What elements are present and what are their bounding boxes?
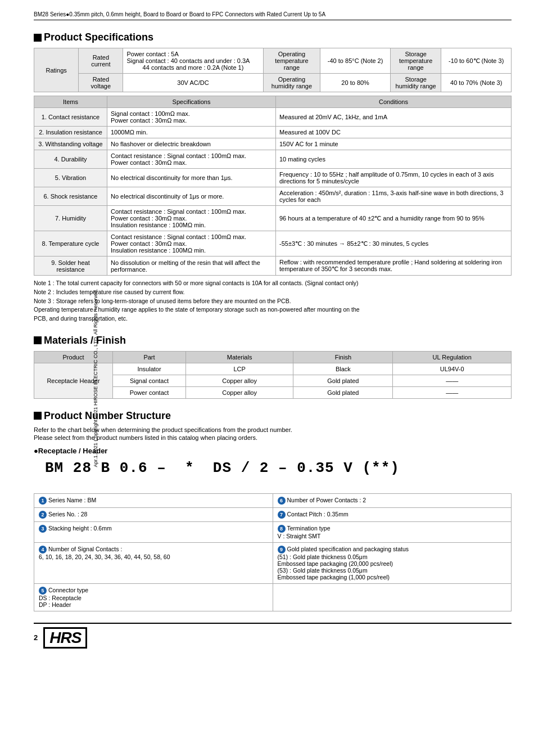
sidebar-copyright: Apr.1.2021 Copyright 2021 HIROSE ELECTRI… xyxy=(93,289,98,467)
operating-humidity-label: Operating humidity range xyxy=(263,74,320,92)
materials-finish-section: Materials / Finish Product Part Material… xyxy=(34,335,512,399)
spec-spec: No flashover or dielectric breakdown xyxy=(107,138,276,150)
mat-finish: Gold plated xyxy=(293,386,393,398)
title-square-icon-2 xyxy=(34,336,42,344)
spec-condition: Measured at 20mV AC, 1kHz, and 1mA xyxy=(276,108,512,127)
operating-temp-label: Operating temperature range xyxy=(263,48,320,74)
spec-spec: Contact resistance : Signal contact : 10… xyxy=(107,150,276,169)
spec-item: 8. Temperature cycle xyxy=(34,231,107,256)
footer-page-number: 2 xyxy=(34,633,38,642)
mat-part: Insulator xyxy=(113,363,186,375)
spec-spec: Signal contact : 100mΩ max.Power contact… xyxy=(107,108,276,127)
desc-cell: 2Series No. : 28 xyxy=(34,507,273,521)
product-number-title: Product Number Structure xyxy=(34,410,512,422)
spec-item: 7. Humidity xyxy=(34,206,107,231)
note-item: Note 3 : Storage refers to long-term-sto… xyxy=(34,297,512,306)
page-header: BM28 Series●0.35mm pitch, 0.6mm height, … xyxy=(34,11,512,20)
mat-materials: LCP xyxy=(186,363,293,375)
spec-condition: Frequency : 10 to 55Hz ; half amplitude … xyxy=(276,169,512,187)
rated-current-values: Power contact : 5A Signal contact : 40 c… xyxy=(123,48,263,74)
desc-cell: 9Gold plated specification and packaging… xyxy=(273,542,512,583)
note-item: Note 1 : The total current capacity for … xyxy=(34,279,512,288)
hrs-logo: HRS xyxy=(43,627,87,649)
specs-header-conditions: Conditions xyxy=(276,96,512,108)
product-number-intro2: Please select from the product numbers l… xyxy=(34,434,512,441)
footer: 2 HRS xyxy=(34,623,512,649)
product-number-display: BM 28 B 0.6 – * DS / 2 – 0.35 V (**) xyxy=(45,460,512,476)
storage-humidity-label: Storage humidity range xyxy=(390,74,441,92)
spec-condition: -55±3℃ : 30 minutes → 85±2℃ : 30 minutes… xyxy=(276,231,512,256)
spec-spec: 1000MΩ min. xyxy=(107,127,276,138)
product-number-intro1: Refer to the chart below when determinin… xyxy=(34,426,512,433)
mat-header-ul: UL Regulation xyxy=(393,351,512,363)
mat-part: Power contact xyxy=(113,386,186,398)
note-item: Note 2 : Includes temperature rise cause… xyxy=(34,288,512,297)
spec-condition: 10 mating cycles xyxy=(276,150,512,169)
spec-spec: Contact resistance : Signal contact : 10… xyxy=(107,206,276,231)
pn-circles-row xyxy=(45,478,512,489)
note-item: PCB, and during transportation, etc. xyxy=(34,314,512,323)
mat-ul: UL94V-0 xyxy=(393,363,512,375)
operating-temp-val: -40 to 85°C (Note 2) xyxy=(320,48,391,74)
spec-spec: No electrical discontinuity for more tha… xyxy=(107,169,276,187)
ratings-label: Ratings xyxy=(34,48,79,92)
rated-voltage-val: 30V AC/DC xyxy=(123,74,263,92)
spec-spec: Contact resistance : Signal contact : 10… xyxy=(107,231,276,256)
specs-header-specs: Specifications xyxy=(107,96,276,108)
desc-cell: 5Connector typeDS : ReceptacleDP : Heade… xyxy=(34,583,273,611)
spec-condition: 150V AC for 1 minute xyxy=(276,138,512,150)
rated-current-label: Rated current xyxy=(79,48,123,74)
desc-cell: 4Number of Signal Contacts :6, 10, 16, 1… xyxy=(34,542,273,583)
spec-condition: 96 hours at a temperature of 40 ±2℃ and … xyxy=(276,206,512,231)
spec-item: 3. Withstanding voltage xyxy=(34,138,107,150)
receptacle-header-title: ●Receptacle / Header xyxy=(34,447,512,455)
mat-finish: Gold plated xyxy=(293,375,393,386)
ratings-table: Ratings Rated current Power contact : 5A… xyxy=(34,48,512,92)
materials-finish-title: Materials / Finish xyxy=(34,335,512,346)
spec-condition: Acceleration : 450m/s², duration : 11ms,… xyxy=(276,187,512,206)
materials-table: Product Part Materials Finish UL Regulat… xyxy=(34,351,512,399)
mat-finish: Black xyxy=(293,363,393,375)
mat-part: Signal contact xyxy=(113,375,186,386)
desc-cell: 3Stacking height : 0.6mm xyxy=(34,521,273,542)
title-square-icon-3 xyxy=(34,412,42,420)
spec-item: 1. Contact resistance xyxy=(34,108,107,127)
spec-item: 4. Durability xyxy=(34,150,107,169)
mat-ul: —— xyxy=(393,375,512,386)
desc-cell: 7Contact Pitch : 0.35mm xyxy=(273,507,512,521)
storage-humidity-val: 40 to 70% (Note 3) xyxy=(441,74,512,92)
desc-cell: 8Termination typeV : Straight SMT xyxy=(273,521,512,542)
mat-materials: Copper alloy xyxy=(186,386,293,398)
spec-condition: Reflow : with recommended temperature pr… xyxy=(276,256,512,276)
storage-temp-label: Storage temperature range xyxy=(390,48,441,74)
mat-header-materials: Materials xyxy=(186,351,293,363)
spec-spec: No electrical discontinuity of 1μs or mo… xyxy=(107,187,276,206)
mat-header-product: Product xyxy=(34,351,113,363)
note-item: Operating temperature / humidity range a… xyxy=(34,305,512,314)
spec-item: 5. Vibration xyxy=(34,169,107,187)
notes-section: Note 1 : The total current capacity for … xyxy=(34,279,512,323)
mat-ul: —— xyxy=(393,386,512,398)
title-square-icon xyxy=(34,34,42,42)
mat-materials: Copper alloy xyxy=(186,375,293,386)
specs-table: Items Specifications Conditions 1. Conta… xyxy=(34,96,512,276)
specs-header-items: Items xyxy=(34,96,107,108)
spec-item: 2. Insulation resistance xyxy=(34,127,107,138)
desc-cell: 6Number of Power Contacts : 2 xyxy=(273,493,512,507)
storage-temp-val: -10 to 60℃ (Note 3) xyxy=(441,48,512,74)
mat-product: Receptacle Header xyxy=(34,363,113,398)
spec-item: 6. Shock resistance xyxy=(34,187,107,206)
desc-cell xyxy=(273,583,512,611)
desc-cell: 1Series Name : BM xyxy=(34,493,273,507)
mat-header-part: Part xyxy=(113,351,186,363)
description-table: 1Series Name : BM6Number of Power Contac… xyxy=(34,493,512,611)
spec-item: 9. Solder heat resistance xyxy=(34,256,107,276)
product-number-section: Product Number Structure Refer to the ch… xyxy=(34,410,512,611)
rated-voltage-label: Rated voltage xyxy=(79,74,123,92)
product-specs-title: Product Specifications xyxy=(34,32,512,43)
spec-spec: No dissolution or melting of the resin t… xyxy=(107,256,276,276)
mat-header-finish: Finish xyxy=(293,351,393,363)
operating-humidity-val: 20 to 80% xyxy=(320,74,391,92)
spec-condition: Measured at 100V DC xyxy=(276,127,512,138)
product-specs-section: Product Specifications Ratings Rated cur… xyxy=(34,32,512,323)
